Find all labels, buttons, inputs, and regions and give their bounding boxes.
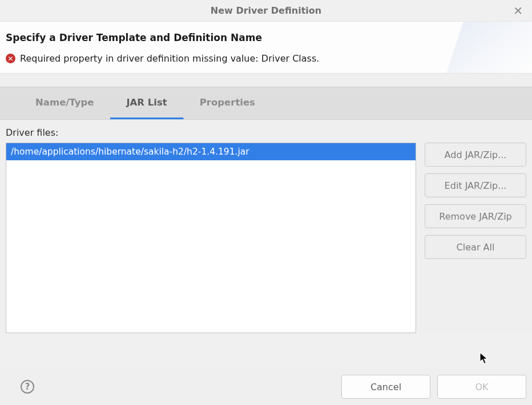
clear-all-button[interactable]: Clear All	[425, 235, 526, 259]
driver-files-listbox[interactable]: /home/applications/hibernate/sakila-h2/h…	[6, 143, 416, 333]
tab-name-type[interactable]: Name/Type	[19, 87, 110, 119]
footer: ? Cancel OK	[0, 368, 532, 405]
tabbar: Name/Type JAR List Properties	[0, 87, 532, 120]
tab-jar-list[interactable]: JAR List	[110, 87, 183, 119]
driver-files-label: Driver files:	[6, 127, 526, 138]
close-icon[interactable]: ✕	[510, 4, 526, 18]
body-area: Driver files: /home/applications/hiberna…	[0, 120, 532, 333]
remove-jar-button[interactable]: Remove JAR/Zip	[425, 204, 526, 228]
titlebar: New Driver Definition ✕	[0, 0, 532, 22]
list-item[interactable]: /home/applications/hibernate/sakila-h2/h…	[6, 143, 416, 160]
window-title: New Driver Definition	[211, 5, 321, 16]
dialog-title: Specify a Driver Template and Definition…	[6, 32, 526, 43]
gap	[0, 74, 532, 87]
ok-button: OK	[437, 375, 526, 399]
edit-jar-button[interactable]: Edit JAR/Zip...	[425, 173, 526, 197]
content-row: /home/applications/hibernate/sakila-h2/h…	[6, 143, 526, 333]
cancel-button[interactable]: Cancel	[341, 375, 430, 399]
cursor-icon	[479, 352, 490, 366]
tab-properties[interactable]: Properties	[184, 87, 272, 119]
dialog-header: Specify a Driver Template and Definition…	[0, 22, 532, 74]
header-decoration	[436, 22, 532, 74]
side-button-column: Add JAR/Zip... Edit JAR/Zip... Remove JA…	[425, 143, 526, 259]
error-icon: ✕	[6, 54, 15, 63]
add-jar-button[interactable]: Add JAR/Zip...	[425, 143, 526, 167]
error-line: ✕ Required property in driver definition…	[6, 53, 526, 64]
error-message: Required property in driver definition m…	[20, 53, 319, 64]
help-icon[interactable]: ?	[21, 380, 34, 394]
